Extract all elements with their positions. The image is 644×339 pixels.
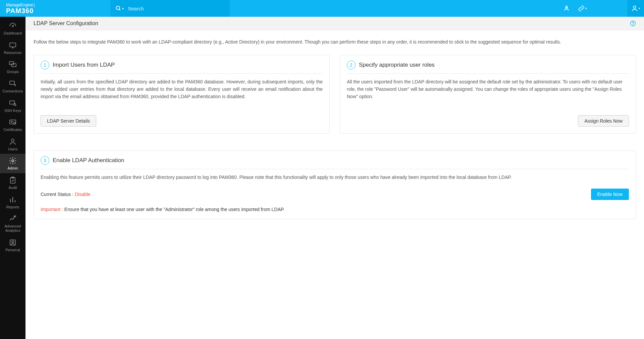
sidebar-item-reports[interactable]: Reports	[0, 193, 25, 212]
monitors-icon	[9, 60, 17, 69]
enable-now-button[interactable]: Enable Now	[591, 189, 629, 200]
page-header: LDAP Server Configuration	[25, 17, 644, 30]
sidebar-label: Admin	[7, 166, 18, 171]
sidebar-label: Reports	[6, 205, 19, 209]
card-specify-roles: 2 Specify appropriate user roles All the…	[340, 55, 636, 134]
sidebar-item-resources[interactable]: Resources	[0, 38, 25, 58]
sidebar-label: Resources	[4, 51, 22, 55]
svg-line-1	[119, 9, 120, 10]
sidebar-item-connections[interactable]: Connections	[0, 77, 25, 96]
svg-rect-5	[10, 43, 16, 47]
status-value: Disable	[75, 192, 91, 197]
card-body: Enabling this feature permits users to u…	[41, 174, 629, 181]
sidebar-item-admin[interactable]: Admin	[0, 154, 25, 173]
search-icon: ▾	[115, 5, 124, 11]
clipboard-icon	[9, 176, 17, 185]
sidebar-label: Dashboard	[4, 31, 22, 36]
sidebar-label: Groups	[7, 70, 19, 74]
intro-text: Follow the below steps to integrate PAM3…	[25, 30, 644, 49]
sidebar-item-analytics[interactable]: Advanced Analytics	[0, 212, 25, 235]
sidebar: Dashboard Resources Groups Connections S…	[0, 17, 25, 339]
topbar-right: ▾ ▾	[230, 0, 644, 17]
card-title: Import Users from LDAP	[53, 62, 115, 68]
sidebar-item-users[interactable]: Users	[0, 135, 25, 154]
certificate-icon	[9, 118, 17, 127]
important-label: Important :	[41, 207, 64, 212]
sidebar-item-sshkeys[interactable]: SSH Keys	[0, 96, 25, 116]
card-title: Enable LDAP Authentication	[53, 157, 124, 164]
connection-icon	[9, 79, 17, 88]
sidebar-label: Audit	[8, 186, 17, 190]
svg-point-4	[12, 26, 13, 27]
card-title: Specify appropriate user roles	[359, 62, 435, 68]
brand-logo: ManageEngine ) PAM360	[0, 0, 111, 17]
search-input[interactable]	[128, 6, 225, 11]
ldap-server-details-button[interactable]: LDAP Server Details	[41, 115, 96, 127]
sidebar-item-groups[interactable]: Groups	[0, 57, 25, 77]
sidebar-label: SSH Keys	[4, 109, 21, 113]
brand-bottom: PAM360	[6, 7, 111, 15]
main-content: LDAP Server Configuration Follow the bel…	[25, 17, 644, 339]
svg-point-0	[116, 6, 120, 10]
svg-point-21	[633, 24, 633, 25]
topbar: ManageEngine ) PAM360 ▾ ▾ ▾	[0, 0, 644, 17]
svg-point-13	[11, 139, 14, 142]
sidebar-label: Advanced Analytics	[0, 224, 25, 232]
sidebar-label: Personal	[5, 248, 20, 252]
rocket-icon[interactable]	[563, 5, 570, 12]
user-menu[interactable]: ▾	[627, 0, 644, 17]
card-body: All the users imported from the LDAP dir…	[347, 78, 629, 109]
card-enable-ldap: 3 Enable LDAP Authentication Enabling th…	[34, 150, 636, 219]
svg-point-14	[12, 160, 14, 162]
sidebar-item-personal[interactable]: Personal	[0, 235, 25, 255]
svg-point-19	[12, 241, 14, 243]
monitor-icon	[9, 41, 17, 50]
sidebar-label: Users	[8, 147, 18, 151]
card-body: Initially, all users from the specified …	[41, 78, 323, 109]
gear-icon	[9, 156, 17, 165]
step-number: 2	[347, 61, 356, 69]
sidebar-item-dashboard[interactable]: Dashboard	[0, 19, 25, 38]
page-title: LDAP Server Configuration	[34, 20, 98, 26]
sidebar-label: Certificates	[3, 128, 22, 132]
bars-icon	[9, 195, 17, 204]
help-icon[interactable]	[630, 20, 636, 26]
svg-rect-8	[10, 81, 14, 84]
important-text: Ensure that you have at least one user w…	[64, 207, 284, 212]
assign-roles-now-button[interactable]: Assign Roles Now	[578, 115, 629, 127]
search-box[interactable]: ▾	[111, 0, 230, 17]
step-number: 1	[41, 61, 49, 69]
analytics-icon	[9, 214, 17, 223]
user-icon	[9, 137, 17, 146]
svg-point-2	[566, 7, 567, 8]
link-icon[interactable]: ▾	[578, 5, 587, 12]
sidebar-label: Connections	[2, 89, 23, 93]
step-number: 3	[41, 156, 49, 165]
card-import-users: 1 Import Users from LDAP Initially, all …	[34, 55, 330, 134]
personal-icon	[9, 238, 17, 247]
svg-rect-11	[10, 120, 16, 124]
sidebar-item-audit[interactable]: Audit	[0, 173, 25, 193]
brand-top: ManageEngine	[6, 3, 33, 7]
sidebar-item-certificates[interactable]: Certificates	[0, 115, 25, 135]
svg-point-3	[633, 6, 636, 8]
gauge-icon	[9, 21, 17, 30]
status-label: Current Status :	[41, 192, 75, 197]
key-icon	[9, 99, 17, 108]
svg-rect-9	[10, 101, 14, 104]
